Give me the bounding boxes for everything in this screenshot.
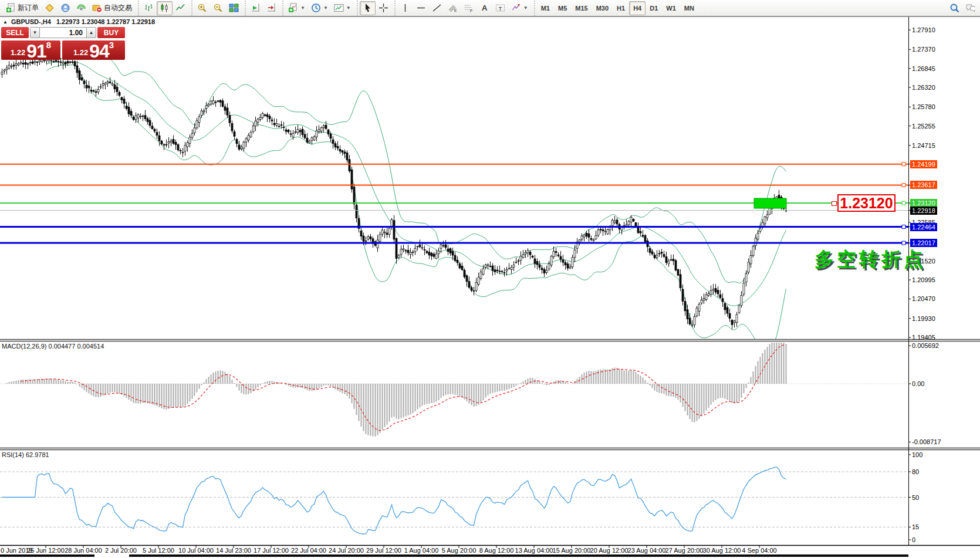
level-price-label: 1.23617 (910, 181, 937, 189)
zoom-out-button[interactable] (210, 1, 226, 15)
volume-decrease-button[interactable]: ▼ (30, 27, 40, 38)
new-order-button[interactable]: 新订单 (3, 1, 42, 15)
buy-button[interactable]: BUY (97, 27, 125, 38)
signal-icon[interactable] (73, 1, 89, 15)
trendline-icon (432, 3, 442, 13)
arrows-icon (511, 3, 521, 13)
timeframe-m15[interactable]: M15 (571, 1, 592, 15)
search-icon[interactable] (949, 3, 959, 13)
auto-scroll-button[interactable] (248, 1, 263, 15)
timeframe-h1[interactable]: H1 (613, 1, 629, 15)
fibonacci-icon: F (464, 3, 474, 13)
chart-canvas[interactable] (0, 16, 980, 558)
chart-window-icon[interactable] (42, 1, 58, 15)
rsi-axis-label: 80 (912, 468, 919, 476)
toolbar-group (138, 1, 190, 16)
zoom-out-icon (213, 3, 223, 13)
mt4-window: 新订单自动交易▼▼▼EFAT▼M1M5M15M30H1H4D1W1MN ▲ GB… (0, 0, 980, 558)
toolbar-group (245, 1, 281, 16)
price-axis-tick-label: 1.19405 (912, 333, 935, 341)
toolbar-group: ▼▼▼ (282, 1, 356, 16)
timeframe-m30[interactable]: M30 (592, 1, 613, 15)
chart-shift-button[interactable] (263, 1, 279, 15)
sell-button[interactable]: SELL (1, 27, 29, 38)
indicators-button[interactable]: ▼ (285, 1, 308, 15)
bar-chart-button[interactable] (141, 1, 157, 15)
line-chart-button[interactable] (173, 1, 188, 15)
rsi-indicator-label: RSI(14) 62.9781 (2, 451, 49, 458)
toolbar-group (191, 1, 244, 16)
price-axis-tick-label: 1.20470 (912, 295, 935, 303)
toolbar-group: EFAT▼ (394, 1, 533, 16)
arrows-button[interactable]: ▼ (508, 1, 531, 15)
macd-axis-label: -0.008717 (912, 438, 941, 446)
timeframe-w1[interactable]: W1 (662, 1, 680, 15)
line-anchor-node (902, 225, 905, 229)
tile-windows-icon (229, 3, 239, 13)
text-label-button[interactable]: T (492, 1, 508, 15)
timeframe-m1[interactable]: M1 (537, 1, 554, 15)
buy-price-small: 1.22 (73, 47, 88, 59)
sell-price-big: 91 (26, 43, 46, 59)
equidistant-channel-icon: E (448, 3, 458, 13)
price-axis-tick-label: 1.19930 (912, 314, 935, 323)
line-anchor-node (902, 163, 905, 166)
fibonacci-button[interactable]: F (461, 1, 477, 15)
price-axis-tick-label: 1.20995 (912, 276, 935, 284)
zoom-in-button[interactable] (194, 1, 210, 15)
chart-window-icon-icon (45, 3, 55, 13)
buy-quote-button[interactable]: 1.22 94 3 (62, 40, 125, 60)
time-axis-label: 4 Sep 04:00 (736, 547, 783, 554)
toolbar-group (357, 1, 393, 16)
toolbar-group: 新订单自动交易 (1, 1, 137, 16)
dropdown-caret-icon: ▼ (346, 5, 351, 11)
turning-point-annotation: 多空转折点 (815, 246, 926, 273)
periods-button[interactable]: ▼ (308, 1, 331, 15)
rsi-axis-label: 0 (912, 536, 915, 544)
volume-increase-button[interactable]: ▲ (86, 27, 96, 38)
h-scrollbar-segment[interactable] (0, 554, 94, 557)
auto-scroll-icon (251, 3, 261, 13)
timeframe-d1[interactable]: D1 (646, 1, 662, 15)
tile-windows-button[interactable] (226, 1, 242, 15)
chat-icon[interactable] (965, 3, 975, 13)
timeframe-mn[interactable]: MN (680, 1, 698, 15)
horizontal-line-button[interactable] (413, 1, 429, 15)
price-axis-tick-label: 1.26845 (912, 65, 935, 73)
bollinger-upper-band (47, 48, 786, 283)
buy-price-big: 94 (89, 43, 109, 59)
timeframe-m5[interactable]: M5 (554, 1, 571, 15)
timeframe-h4[interactable]: H4 (629, 1, 646, 15)
auto-trading-icon (92, 3, 102, 13)
vertical-line-button[interactable] (397, 1, 413, 15)
templates-button[interactable]: ▼ (331, 1, 354, 15)
profile-icon[interactable] (58, 1, 73, 15)
equidistant-channel-button[interactable]: E (445, 1, 461, 15)
macd-pane (0, 343, 908, 437)
toolbar-button-label: 新订单 (18, 3, 39, 13)
trendline-button[interactable] (429, 1, 445, 15)
h-scrollbar-segment[interactable] (129, 554, 908, 557)
candle-chart-button[interactable] (157, 1, 173, 15)
templates-icon (334, 3, 344, 13)
rsi-axis-label: 15 (912, 523, 919, 531)
crosshair-button[interactable] (376, 1, 391, 15)
collapse-triangle-icon[interactable]: ▲ (3, 19, 8, 25)
text-button[interactable]: A (477, 1, 492, 15)
price-axis-tick-label: 1.24715 (912, 141, 935, 150)
highlight-rectangle[interactable] (754, 198, 786, 208)
auto-trading-button[interactable]: 自动交易 (89, 1, 135, 15)
dropdown-caret-icon: ▼ (323, 5, 328, 11)
text-label-icon: T (495, 3, 505, 13)
svg-text:E: E (454, 8, 457, 12)
rsi-pane (0, 467, 908, 534)
toolbar-right (949, 3, 980, 13)
sell-quote-button[interactable]: 1.22 91 8 (1, 40, 60, 60)
rsi-axis-label: 50 (912, 493, 919, 502)
cursor-button[interactable] (360, 1, 376, 15)
signal-icon-icon (76, 3, 86, 13)
level-price-label: 1.22464 (910, 223, 937, 231)
main-price-pane (0, 48, 908, 350)
volume-input[interactable] (40, 27, 86, 38)
rsi-axis-label: 100 (912, 451, 922, 459)
